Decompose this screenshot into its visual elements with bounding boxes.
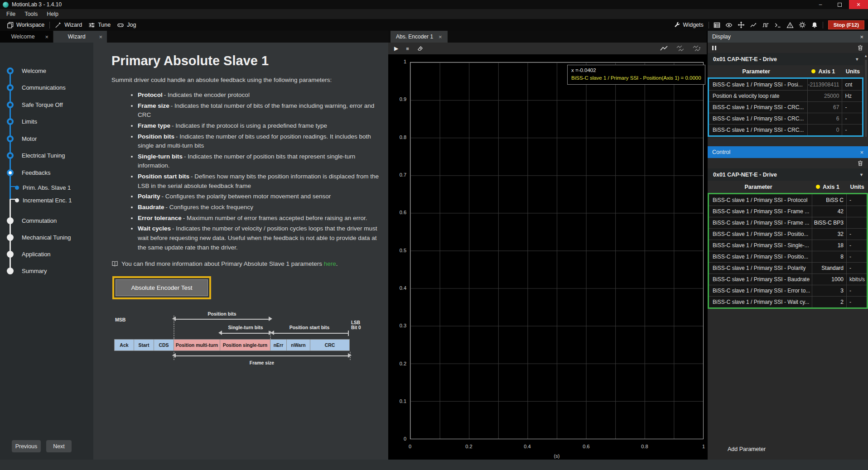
table-row[interactable]: BiSS-C slave 1 / Primary SSI - Frame ...… — [709, 206, 867, 217]
window-title: MotionLab 3 - 1.4.10 — [12, 1, 62, 8]
control-drive-selector[interactable]: 0x01 CAP-NET-E - Drive ▾ — [708, 168, 868, 181]
trash-icon[interactable] — [857, 44, 863, 51]
tune-button[interactable]: Tune — [85, 22, 114, 29]
parameters-panel: Display × 0x01 CAP-NET-E - Drive ▾ Param… — [707, 31, 868, 460]
sidebar-item-motor[interactable]: Motor — [7, 135, 37, 142]
motion-button[interactable] — [735, 19, 747, 30]
tab-close-icon[interactable]: × — [439, 34, 442, 40]
jog-button[interactable]: Jog — [114, 22, 139, 29]
plot-grid[interactable] — [410, 62, 704, 439]
table-row[interactable]: BiSS-C slave 1 / Primary SSI - Single-..… — [709, 240, 867, 251]
table-row[interactable]: BiSS-C slave 1 / Primary SSI - Positio..… — [709, 228, 867, 240]
single-turn-bits-label: Single-turn bits — [228, 325, 263, 330]
notifications-button[interactable] — [809, 19, 821, 30]
sidebar-item-communications[interactable]: Communications — [7, 84, 66, 91]
display-section-header[interactable]: Display × — [708, 31, 868, 43]
parameter-list-button[interactable] — [711, 19, 723, 30]
wizard-workspace: Welcome × Wizard × Welcome Communication… — [0, 31, 388, 460]
sidebar-item-incremental-enc-1[interactable]: Incremental Enc. 1 — [15, 197, 72, 204]
table-row[interactable]: BiSS-C slave 1 / Primary SSI - Posi...-2… — [709, 79, 862, 90]
workspace-button[interactable]: Workspace — [4, 22, 48, 29]
close-button[interactable]: × — [849, 0, 868, 9]
table-row[interactable]: BiSS-C slave 1 / Primary SSI - Frame ...… — [709, 217, 867, 228]
table-row[interactable]: BiSS-C slave 1 / Primary SSI - CRC...0- — [709, 124, 862, 135]
scroll-up-icon[interactable]: ▲ — [864, 54, 868, 58]
menu-file[interactable]: File — [2, 11, 20, 17]
autoscale-icon[interactable] — [676, 45, 685, 52]
stop-icon[interactable]: ■ — [406, 46, 409, 51]
sidebar-item-electrical-tuning[interactable]: Electrical Tuning — [7, 152, 65, 159]
table-row[interactable]: BiSS-C slave 1 / Primary SSI - Positio..… — [709, 251, 867, 262]
frame-cell-nwarn: nWarn — [287, 339, 310, 351]
warning-icon — [786, 22, 794, 29]
y-tick: 0.1 — [389, 398, 406, 404]
table-row[interactable]: BiSS-C slave 1 / Primary SSI - CRC...67- — [709, 101, 862, 113]
control-section-header[interactable]: Control × — [708, 146, 868, 158]
scope-button[interactable] — [747, 19, 760, 30]
table-row[interactable]: BiSS-C slave 1 / Primary SSI - ProtocolB… — [709, 194, 867, 206]
frame-cell-nerr: nErr — [270, 339, 287, 351]
close-icon[interactable]: × — [860, 34, 863, 40]
sidebar-item-feedbacks[interactable]: Feedbacks — [7, 169, 51, 176]
trash-icon[interactable] — [857, 160, 863, 167]
line-style-icon[interactable] — [660, 45, 668, 52]
table-row[interactable]: BiSS-C slave 1 / Primary SSI - Wait cy..… — [709, 296, 867, 307]
eraser-icon[interactable] — [417, 45, 424, 52]
sidebar-item-safe-torque-off[interactable]: Safe Torque Off — [7, 101, 63, 108]
scrollbar-track[interactable] — [865, 60, 867, 137]
sidebar-item-summary[interactable]: Summary — [7, 268, 47, 274]
table-row[interactable]: Position & velocity loop rate25000Hz — [709, 90, 862, 101]
tab-close-icon[interactable]: × — [99, 34, 102, 40]
add-parameter-button[interactable]: Add Parameter — [728, 446, 868, 452]
sidebar-item-prim-abs-slave-1[interactable]: Prim. Abs. Slave 1 — [15, 184, 71, 191]
display-table-header: Parameter Axis 1 Units — [708, 65, 863, 77]
menu-help[interactable]: Help — [42, 11, 63, 17]
table-row[interactable]: BiSS-C slave 1 / Primary SSI - Baudrate1… — [709, 273, 867, 285]
book-icon — [111, 261, 118, 267]
sidebar-item-limits[interactable]: Limits — [7, 118, 37, 125]
autoscale-axes-icon[interactable] — [693, 45, 701, 52]
step-dot — [7, 84, 14, 91]
table-row[interactable]: BiSS-C slave 1 / Primary SSI - PolarityS… — [709, 262, 867, 273]
settings-button[interactable] — [796, 19, 809, 30]
previous-button[interactable]: Previous — [12, 440, 41, 452]
sidebar-item-application[interactable]: Application — [7, 251, 51, 258]
console-button[interactable] — [772, 19, 784, 30]
tab-wizard[interactable]: Wizard × — [53, 31, 107, 43]
next-button[interactable]: Next — [46, 440, 72, 452]
bullet-item: Error tolerance- Maximum number of error… — [138, 214, 380, 223]
position-start-bits-arrow — [272, 333, 348, 334]
maximize-button[interactable] — [830, 0, 849, 9]
table-row[interactable]: BiSS-C slave 1 / Primary SSI - CRC...6- — [709, 113, 862, 124]
wizard-button[interactable]: Wizard — [52, 22, 85, 29]
plot-region[interactable]: 1 0.9 0.8 0.7 0.6 0.5 0.4 0.3 0.2 0.1 0 … — [388, 54, 707, 460]
sidebar-item-welcome[interactable]: Welcome — [7, 67, 46, 74]
tab-close-icon[interactable]: × — [45, 34, 48, 40]
menu-tools[interactable]: Tools — [20, 11, 42, 17]
widgets-button[interactable]: Widgets — [671, 22, 707, 28]
frame-cell-crc: CRC — [310, 339, 350, 351]
close-icon[interactable]: × — [860, 149, 863, 156]
bell-icon — [811, 22, 818, 29]
frame-diagram: Position bits MSB LSBBit 0 Single-turn b… — [114, 311, 362, 367]
lsb-label: LSBBit 0 — [351, 320, 361, 330]
signals-button[interactable] — [760, 19, 772, 30]
absolute-encoder-test-button[interactable]: Absolute Encoder Test — [116, 279, 208, 296]
display-drive-selector[interactable]: 0x01 CAP-NET-E - Drive ▾ — [708, 53, 863, 65]
step-dot — [7, 152, 14, 159]
here-link[interactable]: here — [324, 260, 336, 267]
tab-abs-encoder-1[interactable]: Abs. Encoder 1 × — [391, 31, 448, 43]
table-row[interactable]: BiSS-C slave 1 / Primary SSI - Error to.… — [709, 285, 867, 296]
watch-button[interactable] — [723, 19, 735, 30]
stop-button[interactable]: Stop (F12) — [828, 20, 864, 29]
pause-icon[interactable] — [712, 46, 716, 50]
sidebar-item-commutation[interactable]: Commutation — [7, 217, 57, 224]
sidebar-item-mechanical-tuning[interactable]: Mechanical Tuning — [7, 234, 71, 241]
tooltip-x-value: x =-0.0402 — [571, 67, 701, 74]
scrollbar[interactable]: ▲ — [863, 53, 868, 137]
alerts-button[interactable] — [784, 19, 796, 30]
app-logo-icon — [3, 2, 9, 8]
play-icon[interactable]: ▶ — [394, 45, 398, 52]
minimize-button[interactable]: – — [811, 0, 830, 9]
tab-welcome[interactable]: Welcome × — [0, 31, 53, 43]
